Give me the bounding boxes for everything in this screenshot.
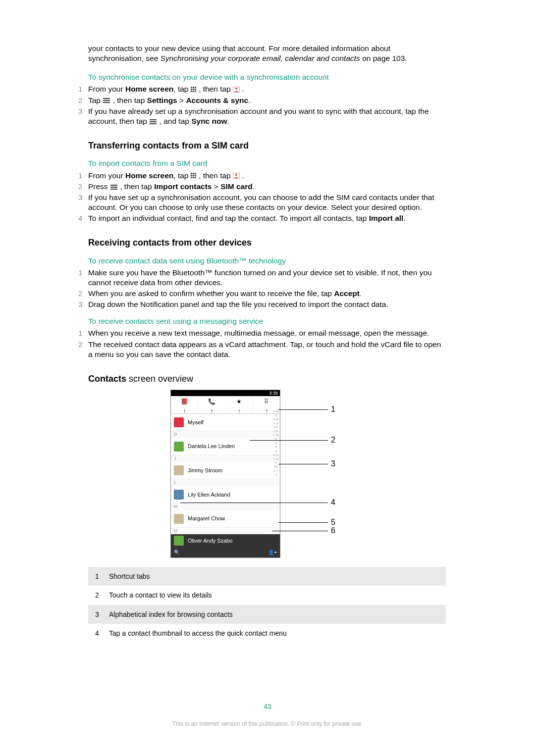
svg-point-27 <box>235 174 237 176</box>
bottom-bar: 🔍 👤+ <box>171 547 280 557</box>
svg-rect-17 <box>191 173 192 174</box>
t: Import all <box>369 214 404 222</box>
sync-accounts-steps: 1 From your Home screen, tap , then tap … <box>88 84 446 126</box>
svg-rect-24 <box>193 177 194 178</box>
legend-num: 1 <box>95 572 109 581</box>
avatar <box>174 536 184 546</box>
tab-contacts-icon: 📕↑ <box>171 396 198 413</box>
step-body: If you have already set up a synchronisa… <box>88 106 446 126</box>
t: , then tap <box>120 182 154 191</box>
legend-num: 3 <box>95 610 109 619</box>
callout-4: 4 <box>180 498 335 508</box>
t: To import an individual contact, find an… <box>88 214 369 222</box>
step-number: 2 <box>78 340 88 350</box>
t: Sync now <box>191 117 227 125</box>
receive-msg-header: To receive contacts sent using a messagi… <box>88 316 446 326</box>
step-number: 1 <box>78 171 88 181</box>
t: Press <box>88 182 110 191</box>
sim-import-header: To import contacts from a SIM card <box>88 158 446 168</box>
t: From your <box>88 171 125 180</box>
t: Home screen <box>125 85 173 93</box>
legend-text: Touch a contact to view its details <box>109 591 439 600</box>
receive-msg-steps: 1When you receive a new text message, mu… <box>88 328 446 359</box>
apps-grid-icon <box>191 87 197 93</box>
t: , then tap <box>199 171 233 180</box>
t: Accounts & sync <box>186 96 248 104</box>
step-number: 1 <box>78 268 88 278</box>
t: > <box>212 182 220 191</box>
step-number: 4 <box>78 213 88 223</box>
svg-rect-23 <box>191 177 192 178</box>
callout-number: 6 <box>331 526 335 536</box>
step-number: 1 <box>78 328 88 338</box>
sim-transfer-title: Transferring contacts from a SIM card <box>88 140 446 151</box>
up-arrow-icon: ↑ <box>198 407 225 411</box>
step-number: 2 <box>78 289 88 299</box>
avatar <box>174 514 184 524</box>
t: . <box>227 117 229 125</box>
legend-num: 2 <box>95 591 109 600</box>
menu-icon <box>110 185 118 190</box>
intro-paragraph: your contacts to your new device using t… <box>88 44 446 63</box>
callout-3: 3 <box>278 459 335 469</box>
t: , then tap <box>113 96 147 104</box>
tab-favorites-icon: ★↑ <box>226 396 253 413</box>
avatar <box>174 465 184 475</box>
t: screen overview <box>126 374 193 384</box>
status-time: 3:35 <box>269 391 278 396</box>
step-body: Press , then tap Import contacts > SIM c… <box>88 182 446 192</box>
myself-row: Myself <box>171 414 280 431</box>
contact-name: Daniela Lee Linden <box>188 443 235 450</box>
contact-name: Lily Ellen Ackland <box>188 491 230 498</box>
svg-rect-25 <box>195 177 196 178</box>
receive-bt-steps: 1Make sure you have the Bluetooth™ funct… <box>88 268 446 310</box>
step-number: 2 <box>78 96 88 105</box>
copyright-text: This is an Internet version of this publ… <box>0 720 535 727</box>
t: , tap <box>173 171 190 180</box>
step-number: 3 <box>78 300 88 309</box>
index-separator: J <box>171 455 280 462</box>
contact-name: Margaret Chow <box>188 515 225 522</box>
svg-rect-19 <box>195 173 196 174</box>
page-footer: 43 This is an Internet version of this p… <box>0 703 535 727</box>
callout-legend: 1Shortcut tabs 2Touch a contact to view … <box>88 567 446 643</box>
callout-6: 6 <box>272 526 335 536</box>
callout-number: 2 <box>331 435 335 446</box>
step-body: Drag down the Notification panel and tap… <box>88 300 446 309</box>
svg-rect-2 <box>195 87 196 88</box>
t: , tap <box>173 85 190 93</box>
sim-import-steps: 1 From your Home screen, tap , then tap … <box>88 171 446 224</box>
contacts-screenshot-figure: 3:35 📕↑ 📞↑ ★↑ ⠿↑ Myself D Daniela Lee Li… <box>170 390 364 558</box>
status-bar: 3:35 <box>171 390 280 396</box>
search-icon: 🔍 <box>174 549 180 555</box>
legend-row: 2Touch a contact to view its details <box>88 586 446 605</box>
callout-number: 1 <box>331 404 335 415</box>
index-separator: L <box>171 479 280 486</box>
step-body: If you have set up a synchronisation acc… <box>88 193 446 212</box>
contacts-icon <box>233 173 240 179</box>
up-arrow-icon: ↑ <box>226 407 253 411</box>
t: When you are asked to confirm whether yo… <box>88 289 334 298</box>
callout-1: 1 <box>278 404 335 415</box>
receive-title: Receiving contacts from other devices <box>88 237 446 249</box>
svg-rect-0 <box>191 87 192 88</box>
t: SIM card <box>220 182 253 191</box>
body-content: your contacts to your new device using t… <box>88 44 446 643</box>
phone-screenshot: 3:35 📕↑ 📞↑ ★↑ ⠿↑ Myself D Daniela Lee Li… <box>170 390 280 558</box>
step-body: From your Home screen, tap , then tap . <box>88 84 446 94</box>
legend-text: Shortcut tabs <box>109 572 439 581</box>
add-contact-icon: 👤+ <box>268 549 277 555</box>
step-body: From your Home screen, tap , then tap . <box>88 171 446 181</box>
svg-rect-1 <box>193 87 194 88</box>
step-body: Tap , then tap Settings > Accounts & syn… <box>88 96 446 105</box>
t: . <box>360 289 362 298</box>
svg-rect-8 <box>195 91 196 92</box>
contact-row: Jimmy Stroom <box>171 462 280 479</box>
t: Tap <box>88 96 103 104</box>
svg-point-10 <box>235 88 237 90</box>
intro-text-b: on page 103. <box>360 54 407 62</box>
step-number: 1 <box>78 84 88 94</box>
svg-rect-22 <box>195 175 196 176</box>
svg-rect-5 <box>195 89 196 90</box>
t: . <box>253 182 255 191</box>
